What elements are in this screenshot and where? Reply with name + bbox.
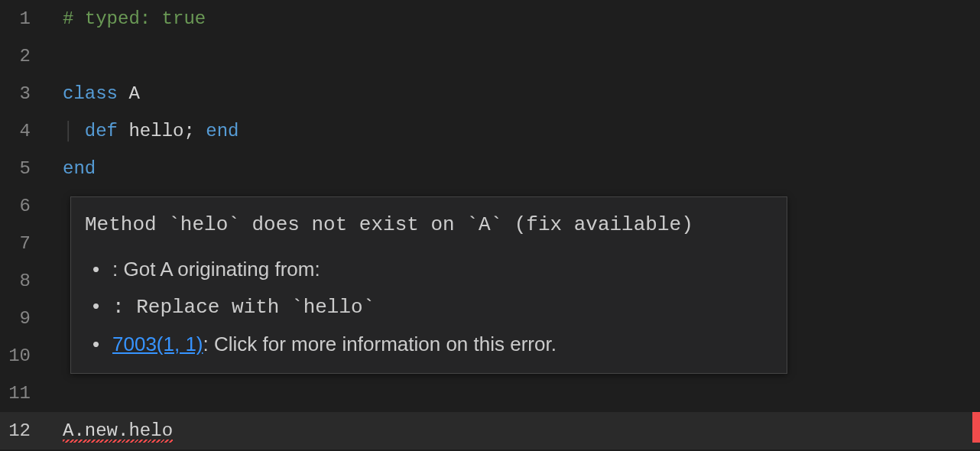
hover-list: : Got A originating from: : Replace with… <box>85 251 773 362</box>
hover-item: 7003(1, 1): Click for more information o… <box>85 326 773 362</box>
line-number: 2 <box>0 37 37 75</box>
code-line: end <box>63 150 971 187</box>
comment-token: # typed: true <box>63 8 206 29</box>
line-number: 1 <box>0 0 37 37</box>
method-name-token: hello <box>128 121 183 141</box>
line-number: 7 <box>0 225 37 262</box>
line-number: 3 <box>0 75 37 112</box>
code-line: # typed: true <box>63 0 971 37</box>
code-line <box>63 37 971 75</box>
line-number: 10 <box>0 337 37 375</box>
hover-item: : Got A originating from: <box>85 251 773 287</box>
code-line: │ def hello; end <box>63 112 971 150</box>
line-number-gutter: 1 2 3 4 5 6 7 8 9 10 11 12 <box>0 0 37 451</box>
keyword-token: end <box>63 158 96 179</box>
line-number: 4 <box>0 112 37 150</box>
method-token: new <box>85 420 118 441</box>
punct-token: . <box>118 420 128 441</box>
error-code-link[interactable]: 7003(1, 1) <box>112 333 203 355</box>
code-line: class A <box>63 75 971 112</box>
code-line: A.new.helo <box>63 412 971 449</box>
overview-ruler-error-marker[interactable] <box>972 412 980 443</box>
punct-token: ; <box>183 121 206 141</box>
line-number: 5 <box>0 150 37 187</box>
method-token: helo <box>128 420 173 441</box>
hover-item: : Replace with `hello` <box>85 287 773 326</box>
line-number: 6 <box>0 187 37 225</box>
class-name-token: A <box>128 83 139 104</box>
code-line <box>63 375 971 412</box>
keyword-token: class <box>63 83 128 104</box>
punct-token: . <box>73 420 84 441</box>
keyword-token: def <box>85 121 129 141</box>
const-token: A <box>63 420 73 441</box>
keyword-token: end <box>206 121 239 141</box>
line-number: 12 <box>0 412 37 449</box>
hover-tooltip[interactable]: Method `helo` does not exist on `A` (fix… <box>70 196 787 374</box>
hover-message: Method `helo` does not exist on `A` (fix… <box>85 208 773 242</box>
line-number: 11 <box>0 375 37 412</box>
line-number: 8 <box>0 262 37 300</box>
error-squiggle[interactable]: A.new.helo <box>63 420 173 441</box>
line-number: 9 <box>0 300 37 337</box>
indent-guide: │ <box>63 121 85 141</box>
